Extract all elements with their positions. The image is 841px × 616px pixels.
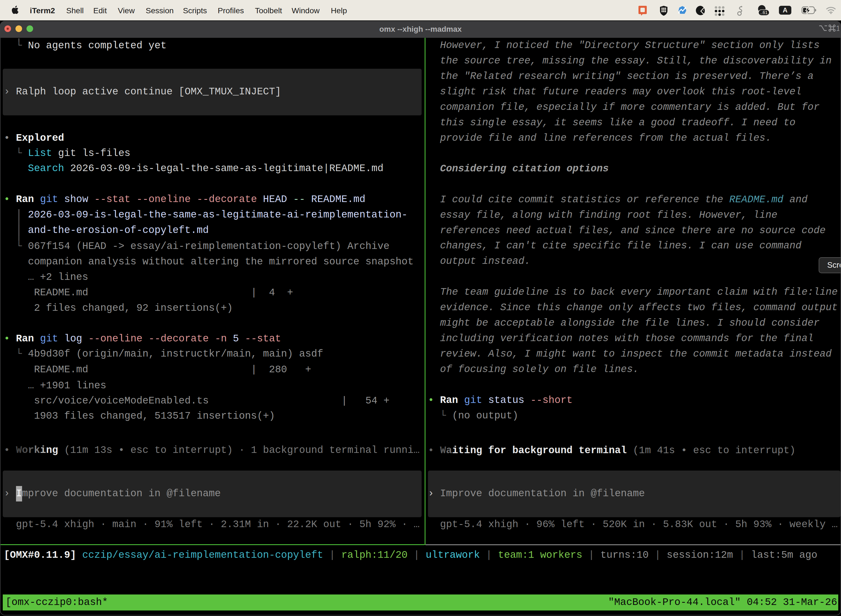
svg-text:..61: ..61	[760, 10, 768, 15]
svg-text:1: 1	[836, 24, 840, 32]
